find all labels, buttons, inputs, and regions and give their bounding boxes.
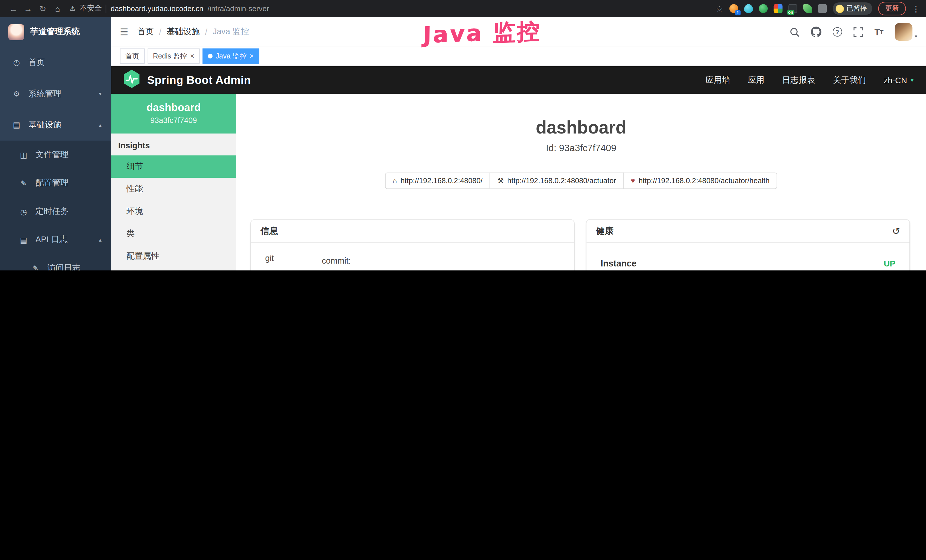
sidebar-item-system-mgmt[interactable]: ⚙ 系统管理 ▾ bbox=[0, 78, 111, 109]
sba-sidebar: dashboard 93a3fc7f7409 Insights 细节 性能 环境… bbox=[111, 94, 236, 271]
edit-doc-icon: ✎ bbox=[31, 264, 40, 271]
browser-home-icon[interactable]: ⌂ bbox=[50, 4, 65, 13]
security-warning-label: 不安全 bbox=[80, 3, 102, 14]
health-card: 健康 ↺ Instance UP bbox=[586, 219, 909, 271]
sba-content: dashboard Id: 93a3fc7f7409 ⌂ http://192.… bbox=[236, 94, 926, 271]
active-tab-dot bbox=[208, 54, 213, 59]
extension-icon-orange[interactable]: 1 bbox=[729, 4, 738, 13]
search-icon[interactable] bbox=[790, 27, 799, 37]
profile-paused-badge[interactable]: 已暂停 bbox=[832, 2, 872, 15]
tab-java-monitor[interactable]: Java 监控 × bbox=[203, 48, 259, 64]
dashboard-icon: ◷ bbox=[12, 58, 21, 67]
sba-header: Spring Boot Admin 应用墙 应用 日志报表 关于我们 zh-CN… bbox=[111, 66, 926, 94]
extension-on-badge: on bbox=[787, 10, 794, 15]
info-key: git bbox=[265, 253, 322, 271]
user-menu[interactable]: ▾ bbox=[895, 23, 917, 41]
sba-nav: 应用墙 应用 日志报表 关于我们 zh-CN ▾ bbox=[705, 75, 914, 85]
help-icon[interactable]: ? bbox=[832, 27, 842, 36]
sidebar-item-file-mgmt[interactable]: ◫ 文件管理 bbox=[0, 141, 111, 169]
sidebar-item-api-logs[interactable]: ▤ API 日志 ▴ bbox=[0, 226, 111, 254]
sba-item-environment[interactable]: 环境 bbox=[111, 200, 236, 223]
edit-icon: ✎ bbox=[19, 179, 28, 188]
divider bbox=[106, 5, 106, 13]
chevron-down-icon: ▾ bbox=[915, 34, 917, 39]
sidebar-item-home[interactable]: ◷ 首页 bbox=[0, 47, 111, 78]
heart-icon: ♥ bbox=[631, 177, 635, 185]
infrastructure-icon: ▤ bbox=[12, 120, 21, 129]
extension-icon-grid[interactable] bbox=[773, 4, 782, 13]
extension-badge: 1 bbox=[735, 10, 740, 15]
chevron-down-icon: ▾ bbox=[911, 77, 914, 83]
folder-icon: ◫ bbox=[19, 150, 28, 159]
sidebar-item-access-logs[interactable]: ✎ 访问日志 bbox=[0, 254, 111, 271]
sidebar-toggle-icon[interactable]: ☰ bbox=[120, 26, 128, 37]
close-icon[interactable]: × bbox=[190, 53, 195, 60]
extension-icon-green[interactable] bbox=[759, 4, 767, 13]
breadcrumb-item-home[interactable]: 首页 bbox=[137, 27, 154, 37]
extension-icon-downloader[interactable]: on bbox=[788, 4, 797, 13]
info-value: commit: time: 1596289704000 id: 27aa832 … bbox=[322, 253, 410, 271]
main-column: ☰ 首页 / 基础设施 / Java 监控 ? bbox=[111, 17, 926, 271]
sba-item-beans[interactable]: 类 bbox=[111, 223, 236, 245]
sba-section-label: Insights bbox=[111, 133, 236, 156]
sidebar-item-infrastructure[interactable]: ▤ 基础设施 ▴ bbox=[0, 109, 111, 141]
sba-brand-title[interactable]: Spring Boot Admin bbox=[147, 74, 251, 87]
url-path: /infra/admin-server bbox=[207, 5, 269, 13]
chrome-update-button[interactable]: 更新 bbox=[878, 2, 906, 15]
sba-nav-about[interactable]: 关于我们 bbox=[833, 75, 866, 85]
instance-id-subtitle: Id: 93a3fc7f7409 bbox=[236, 143, 926, 153]
health-instance-label: Instance bbox=[601, 258, 637, 268]
forward-icon[interactable]: → bbox=[21, 4, 35, 13]
history-icon[interactable]: ↺ bbox=[892, 226, 900, 237]
browser-toolbar-right: ☆ 1 on 已暂停 更新 ⋮ bbox=[716, 2, 920, 15]
sba-item-scheduled-tasks[interactable]: 计划任务 bbox=[111, 268, 236, 271]
breadcrumb-item-infrastructure[interactable]: 基础设施 bbox=[166, 27, 200, 37]
close-icon[interactable]: × bbox=[250, 53, 254, 60]
extensions-menu-icon[interactable] bbox=[818, 4, 826, 13]
extension-icon-leaf[interactable] bbox=[803, 4, 812, 13]
bookmark-star-icon[interactable]: ☆ bbox=[716, 4, 723, 13]
extension-icon-drop[interactable] bbox=[744, 4, 753, 13]
tags-view-bar: 首页 Redis 监控 × Java 监控 × bbox=[111, 47, 926, 66]
app-logo[interactable]: 芋道管理系统 bbox=[0, 17, 111, 47]
sba-section-insights: Insights 细节 性能 环境 类 配置属性 计划任务 bbox=[111, 133, 236, 271]
instance-health-link[interactable]: ♥ http://192.168.0.2:48080/actuator/heal… bbox=[623, 173, 777, 189]
info-row-git: git commit: time: 1596289704000 id: 27aa… bbox=[265, 247, 560, 271]
sidebar-item-scheduled-tasks[interactable]: ◷ 定时任务 bbox=[0, 197, 111, 226]
instance-actuator-link[interactable]: ⚒ http://192.168.0.2:48080/actuator bbox=[490, 173, 624, 189]
tab-home[interactable]: 首页 bbox=[120, 48, 145, 64]
home-icon: ⌂ bbox=[393, 177, 397, 185]
clock-icon: ◷ bbox=[19, 207, 28, 216]
gear-icon: ⚙ bbox=[12, 89, 21, 98]
reload-icon[interactable]: ↻ bbox=[35, 4, 50, 13]
health-instance-row[interactable]: Instance UP bbox=[601, 247, 895, 271]
sba-nav-applications[interactable]: 应用 bbox=[748, 75, 764, 85]
info-card-title: 信息 bbox=[260, 226, 278, 237]
cards-grid: 信息 git commit: time: 1596289704000 id: 2… bbox=[251, 219, 909, 271]
tab-redis-monitor[interactable]: Redis 监控 × bbox=[148, 48, 200, 64]
security-warning-icon[interactable]: ⚠ bbox=[70, 5, 75, 12]
font-size-icon[interactable]: TT bbox=[875, 27, 884, 37]
address-bar[interactable]: ⚠ 不安全 dashboard.yudao.iocoder.cn /infra/… bbox=[70, 3, 269, 14]
sidebar-item-config-mgmt[interactable]: ✎ 配置管理 bbox=[0, 169, 111, 197]
navbar-actions: ? TT ▾ bbox=[790, 23, 917, 41]
back-icon[interactable]: ← bbox=[6, 4, 21, 13]
breadcrumb-separator: / bbox=[205, 27, 207, 36]
sba-nav-wallboard[interactable]: 应用墙 bbox=[705, 75, 730, 85]
wrench-icon: ⚒ bbox=[497, 177, 504, 185]
sba-locale-select[interactable]: zh-CN ▾ bbox=[884, 75, 914, 85]
sba-item-metrics[interactable]: 性能 bbox=[111, 178, 236, 200]
sba-item-config-props[interactable]: 配置属性 bbox=[111, 245, 236, 268]
chevron-up-icon: ▴ bbox=[99, 237, 101, 243]
sba-item-details[interactable]: 细节 bbox=[111, 156, 236, 178]
browser-menu-icon[interactable]: ⋮ bbox=[912, 4, 920, 13]
github-icon[interactable] bbox=[811, 27, 822, 37]
user-avatar bbox=[895, 23, 912, 41]
sba-nav-journal[interactable]: 日志报表 bbox=[782, 75, 815, 85]
fullscreen-icon[interactable] bbox=[853, 27, 863, 37]
sba-logo-icon bbox=[124, 70, 140, 90]
instance-home-link[interactable]: ⌂ http://192.168.0.2:48080/ bbox=[385, 173, 490, 189]
sba-instance-header[interactable]: dashboard 93a3fc7f7409 bbox=[111, 94, 236, 133]
instance-links: ⌂ http://192.168.0.2:48080/ ⚒ http://192… bbox=[236, 173, 926, 189]
browser-chrome: ← → ↻ ⌂ ⚠ 不安全 dashboard.yudao.iocoder.cn… bbox=[0, 0, 926, 17]
